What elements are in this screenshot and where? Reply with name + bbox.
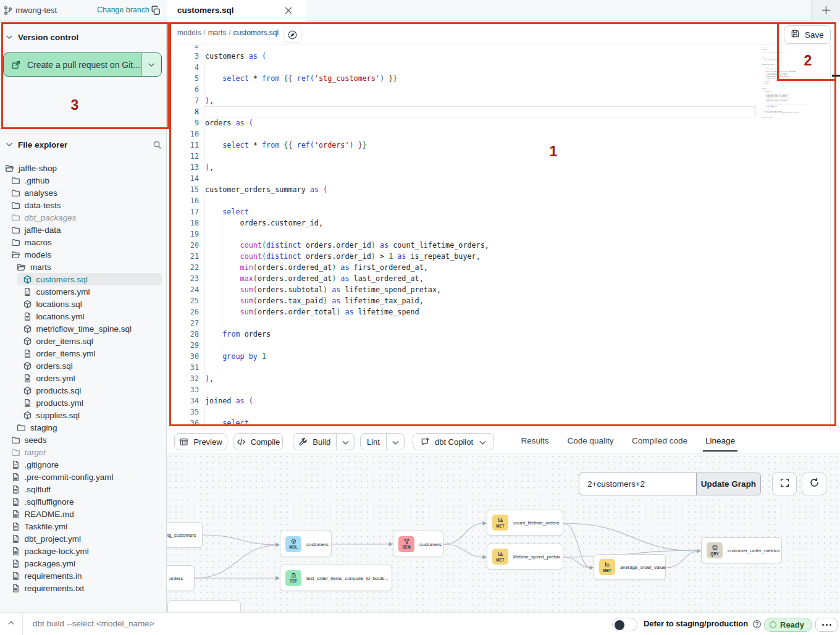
copilot-compass-button[interactable]: [283, 27, 302, 43]
tree-item-label: analyses: [25, 188, 57, 198]
copy-icon[interactable]: [150, 5, 161, 16]
defer-toggle[interactable]: [612, 618, 637, 631]
wrench-icon: [298, 437, 308, 447]
tree-item-analyses[interactable]: analyses: [0, 187, 166, 199]
tree-item-packages-yml[interactable]: packages.yml: [0, 557, 166, 570]
tree-item-taskfile-yml[interactable]: Taskfile.yml: [0, 520, 166, 532]
code-line-35: 35: [167, 406, 760, 418]
lineage-node-count-lifetime-orders[interactable]: METcount_lifetime_orders: [487, 510, 563, 536]
tree-item--pre-commit-config-yaml[interactable]: .pre-commit-config.yaml: [0, 471, 166, 483]
dbt-copilot-button[interactable]: dbt Copilot: [413, 433, 494, 450]
minimap[interactable]: with customers as ( select * from {{ ref…: [762, 47, 830, 124]
folder-icon: [11, 188, 20, 198]
ready-label: Ready: [780, 620, 804, 629]
lineage-node-customers[interactable]: MDLcustomers: [280, 531, 332, 557]
tree-item-label: products.yml: [36, 398, 84, 408]
tree-item-order-items-yml[interactable]: order_items.yml: [0, 347, 166, 360]
tree-item-locations-yml[interactable]: locations.yml: [0, 310, 166, 322]
collapse-panel-button[interactable]: [0, 613, 23, 635]
lineage-node-stg-customers[interactable]: stg_customers: [167, 522, 203, 548]
lineage-search-input[interactable]: 2+customers+2: [579, 473, 696, 495]
tree-item-dbt-packages[interactable]: dbt_packages: [0, 211, 166, 224]
breadcrumb-segment[interactable]: customers.sql: [233, 28, 279, 37]
lint-button[interactable]: Lint: [360, 433, 405, 450]
tree-item-order-items-sql[interactable]: order_items.sql: [0, 335, 166, 347]
tree-item-products-sql[interactable]: products.sql: [0, 384, 166, 397]
tab-code-quality[interactable]: Code quality: [567, 431, 613, 453]
tree-item-locations-sql[interactable]: locations.sql: [0, 298, 166, 310]
chevron-up-icon: [7, 618, 15, 629]
tree-item--sqlfluffignore[interactable]: .sqlfluffignore: [0, 495, 166, 508]
code-line-29: 29: [167, 340, 760, 351]
fullscreen-button[interactable]: [772, 473, 797, 495]
tab-results[interactable]: Results: [521, 431, 548, 453]
search-icon[interactable]: [153, 140, 162, 149]
tree-item-jaffle-data[interactable]: jaffle-data: [0, 224, 166, 236]
node-label: customers: [419, 541, 442, 547]
tree-item-dbt-project-yml[interactable]: dbt_project.yml: [0, 532, 166, 545]
save-button[interactable]: Save: [784, 25, 831, 44]
tree-item-label: .github: [25, 176, 50, 185]
tree-item-staging[interactable]: staging: [0, 421, 166, 434]
breadcrumb-segment[interactable]: marts: [208, 28, 227, 37]
file-explorer-header[interactable]: File explorer: [5, 138, 162, 151]
tree-item-package-lock-yml[interactable]: package-lock.yml: [0, 545, 166, 557]
tree-item-seeds[interactable]: seeds: [0, 434, 166, 446]
tree-item-marts[interactable]: marts: [0, 261, 166, 273]
tree-item-models[interactable]: models: [0, 248, 166, 261]
tree-item-products-yml[interactable]: products.yml: [0, 397, 166, 409]
version-control-header[interactable]: Version control: [5, 31, 78, 43]
compile-button[interactable]: Compile: [233, 433, 283, 450]
tree-item-customers-yml[interactable]: customers.yml: [0, 285, 166, 298]
doc-icon: [23, 312, 32, 321]
lint-dropdown-button[interactable]: [387, 434, 404, 450]
tree-item-label: target: [25, 448, 46, 457]
tree-item-supplies-sql[interactable]: supplies.sql: [0, 409, 166, 421]
chevron-down-icon: [147, 61, 156, 69]
tree-item-customers-sql[interactable]: customers.sql: [0, 273, 166, 285]
tab-customers-sql[interactable]: customers.sql: [167, 0, 306, 22]
tree-item-data-tests[interactable]: data-tests: [0, 199, 166, 211]
tree-item-target[interactable]: target: [0, 446, 166, 458]
indent-guide: [204, 151, 205, 162]
build-button[interactable]: Build: [293, 433, 355, 450]
lineage-node-customer-order-metrics[interactable]: QRYcustomer_order_metrics: [701, 537, 782, 563]
code-editor[interactable]: 1with23customers as (45 select * from {{…: [167, 45, 831, 431]
tree-item-metricflow-time-spine-sql[interactable]: metricflow_time_spine.sql: [0, 322, 166, 335]
build-dropdown-button[interactable]: [337, 434, 354, 450]
tree-item-requirements-in[interactable]: requirements.in: [0, 570, 166, 582]
change-branch-link[interactable]: Change branch: [97, 0, 149, 20]
tree-item-readme-md[interactable]: README.md: [0, 508, 166, 520]
tree-item--gitignore[interactable]: .gitignore: [0, 458, 166, 471]
tree-item--github[interactable]: .github: [0, 174, 166, 187]
refresh-button[interactable]: [802, 473, 826, 495]
lineage-node-lifetime-spend-pretax[interactable]: METlifetime_spend_pretax: [487, 544, 563, 570]
preview-button[interactable]: Preview: [174, 433, 227, 450]
lineage-node-average-order-value[interactable]: METaverage_order_value: [594, 554, 666, 580]
tab-compiled-code[interactable]: Compiled code: [632, 431, 687, 453]
create-pull-request-button[interactable]: Create a pull request on Git...: [3, 53, 162, 77]
breadcrumb-segment[interactable]: models: [177, 28, 201, 37]
folder-open-icon: [17, 263, 26, 272]
lineage-node-orders[interactable]: orders: [167, 565, 195, 591]
close-icon[interactable]: [284, 6, 293, 15]
more-options-button[interactable]: [815, 618, 838, 632]
pull-request-dropdown-button[interactable]: [141, 53, 161, 76]
tab-lineage[interactable]: Lineage: [705, 431, 735, 453]
tree-item-orders-sql[interactable]: orders.sql: [0, 360, 166, 372]
tree-item-orders-yml[interactable]: orders.yml: [0, 372, 166, 384]
lineage-node-test-order-items-compute-to-bools-[interactable]: TSTtest_order_items_compute_to_bools...: [280, 565, 392, 591]
new-tab-area[interactable]: [811, 0, 840, 21]
lineage-node-partial[interactable]: [167, 600, 241, 612]
chevron-down-icon: [341, 438, 349, 446]
indent-guide: [204, 229, 205, 240]
tree-item--sqlfluff[interactable]: .sqlfluff: [0, 483, 166, 495]
tree-item-macros[interactable]: macros: [0, 236, 166, 248]
help-icon[interactable]: [752, 620, 762, 629]
doc-icon: [11, 485, 20, 494]
tree-item-requirements-txt[interactable]: requirements.txt: [0, 582, 166, 594]
folder-icon: [11, 448, 20, 457]
lineage-node-customers[interactable]: SEMcustomers: [393, 531, 443, 557]
update-graph-button[interactable]: Update Graph: [696, 473, 760, 495]
tree-item-jaffle-shop[interactable]: jaffle-shop: [0, 162, 166, 174]
